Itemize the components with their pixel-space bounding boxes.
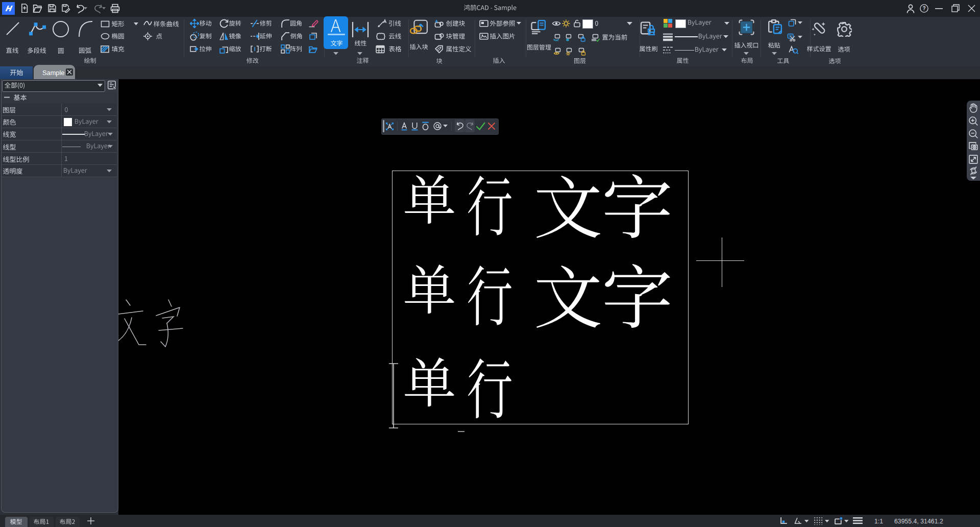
svg-text:63955.4, 31461.2: 63955.4, 31461.2	[894, 518, 943, 525]
svg-text:Sample: Sample	[42, 69, 64, 77]
svg-text:1:1: 1:1	[874, 518, 883, 525]
svg-text:?: ?	[922, 6, 925, 11]
